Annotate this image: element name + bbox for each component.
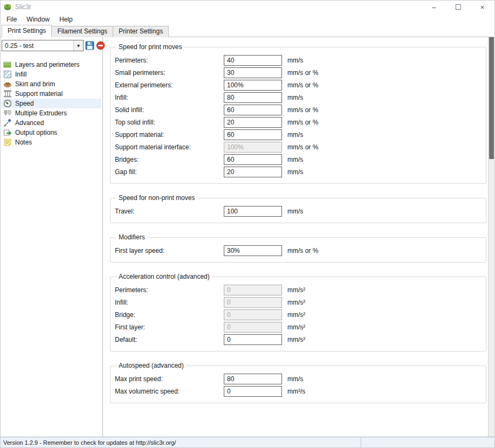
setting-label: Support material interface: [115, 143, 224, 151]
dropdown-arrow-icon[interactable]: ▾ [73, 40, 83, 51]
status-separator [361, 437, 361, 447]
notes-icon [3, 138, 12, 147]
setting-unit: mm/s² [287, 299, 305, 306]
group-acceleration-control: Acceleration control (advanced) Perimete… [110, 273, 486, 351]
sidebar-item-multiple-extruders[interactable]: Multiple Extruders [2, 108, 101, 118]
accel-bridge-input [224, 309, 282, 320]
bridges-speed-input[interactable] [224, 154, 282, 165]
sidebar-item-speed[interactable]: Speed [2, 99, 101, 108]
top-solid-infill-input[interactable] [224, 117, 282, 128]
sidebar-item-layers-and-perimeters[interactable]: Layers and perimeters [2, 60, 101, 70]
accel-first-layer-input [224, 322, 282, 333]
setting-row: Max volumetric speed: mm³/s [115, 385, 482, 397]
infill-speed-input[interactable] [224, 92, 282, 103]
window-controls: – ☐ × [422, 1, 494, 13]
setting-label: Default: [115, 336, 224, 343]
setting-label: External perimeters: [115, 81, 224, 89]
vertical-scrollbar[interactable] [488, 37, 494, 437]
first-layer-speed-input[interactable] [224, 245, 282, 256]
group-title: Modifiers [116, 233, 147, 241]
tab-filament-settings[interactable]: Filament Settings [51, 26, 113, 37]
setting-row: Bridges: mm/s [115, 153, 482, 166]
group-speed-nonprint-moves: Speed for non-print moves Travel: mm/s [110, 194, 486, 223]
gap-fill-speed-input[interactable] [224, 167, 282, 177]
preset-dropdown[interactable]: 0.25 - test ▾ [2, 40, 84, 51]
setting-unit: mm³/s [287, 388, 305, 395]
setting-label: Max print speed: [115, 375, 224, 383]
sidebar-item-output-options[interactable]: Output options [2, 128, 101, 137]
sidebar-item-support-material[interactable]: Support material [2, 89, 101, 99]
content-area: 0.25 - test ▾ [1, 37, 494, 437]
travel-speed-input[interactable] [224, 206, 282, 217]
setting-unit: mm/s [287, 168, 303, 176]
sidebar-item-infill[interactable]: Infill [2, 70, 101, 79]
title-bar: Slic3r – ☐ × [1, 1, 494, 13]
support-icon [3, 89, 12, 98]
setting-unit: mm/s or % [287, 69, 318, 77]
setting-label: Small perimeters: [115, 69, 224, 77]
preset-selected-value: 0.25 - test [2, 42, 73, 50]
sidebar-item-label: Notes [15, 139, 32, 146]
setting-unit: mm/s² [287, 311, 305, 319]
extruders-icon [3, 109, 12, 118]
group-autospeed: Autospeed (advanced) Max print speed: mm… [110, 362, 486, 403]
group-speed-print-moves: Speed for print moves Perimeters: mm/s S… [110, 43, 486, 184]
settings-panel: Speed for print moves Perimeters: mm/s S… [103, 37, 488, 437]
setting-label: Max volumetric speed: [115, 388, 224, 395]
slic3r-window: Slic3r – ☐ × File Window Help Print Sett… [0, 0, 495, 448]
group-title: Autospeed (advanced) [116, 362, 186, 369]
menu-file[interactable]: File [2, 15, 22, 24]
setting-label: Travel: [115, 208, 224, 215]
menu-window[interactable]: Window [22, 15, 54, 24]
sidebar-item-label: Speed [15, 100, 34, 107]
sidebar-item-notes[interactable]: Notes [2, 137, 101, 147]
setting-label: First layer speed: [115, 247, 224, 254]
accel-default-input[interactable] [224, 334, 282, 345]
setting-row: Small perimeters: mm/s or % [115, 66, 482, 79]
layers-icon [3, 60, 12, 69]
infill-icon [3, 70, 12, 79]
scrollbar-thumb[interactable] [489, 37, 494, 159]
small-perimeters-input[interactable] [224, 67, 282, 78]
sidebar-item-label: Output options [15, 129, 57, 136]
maximize-button[interactable]: ☐ [446, 1, 470, 13]
setting-unit: mm/s [287, 131, 303, 139]
sidebar-item-label: Infill [15, 71, 26, 78]
setting-label: Perimeters: [115, 57, 224, 64]
save-icon [85, 41, 94, 50]
skirt-icon [3, 80, 12, 88]
max-volumetric-speed-input[interactable] [224, 386, 282, 397]
sidebar-item-label: Layers and perimeters [15, 61, 79, 68]
advanced-icon [3, 119, 12, 127]
sidebar-item-label: Advanced [15, 119, 44, 127]
accel-perimeters-input [224, 285, 282, 295]
external-perimeters-input[interactable] [224, 80, 282, 91]
setting-unit: mm/s [287, 94, 303, 101]
setting-unit: mm/s or % [287, 119, 318, 126]
support-material-speed-input[interactable] [224, 129, 282, 140]
perimeters-speed-input[interactable] [224, 55, 282, 66]
menu-bar: File Window Help [1, 13, 494, 25]
setting-label: Bridges: [115, 156, 224, 163]
setting-row: First layer speed: mm/s or % [115, 244, 482, 257]
setting-row: Infill: mm/s² [115, 296, 482, 308]
setting-label: Infill: [115, 299, 224, 306]
support-material-interface-input [224, 142, 282, 153]
menu-help[interactable]: Help [54, 15, 78, 24]
tab-bar: Print Settings Filament Settings Printer… [1, 25, 494, 37]
setting-label: Solid infill: [115, 106, 224, 114]
max-print-speed-input[interactable] [224, 374, 282, 384]
setting-label: Support material: [115, 131, 224, 139]
save-preset-button[interactable] [85, 40, 94, 51]
setting-label: First layer: [115, 323, 224, 331]
app-icon [3, 2, 12, 12]
setting-row: Support material interface: mm/s or % [115, 141, 482, 153]
close-button[interactable]: × [470, 1, 494, 13]
sidebar-item-advanced[interactable]: Advanced [2, 118, 101, 128]
tab-print-settings[interactable]: Print Settings [2, 25, 52, 37]
minimize-button[interactable]: – [422, 1, 446, 13]
sidebar-item-skirt-and-brim[interactable]: Skirt and brim [2, 79, 101, 89]
tab-printer-settings[interactable]: Printer Settings [113, 26, 169, 37]
setting-unit: mm/s² [287, 286, 305, 294]
solid-infill-input[interactable] [224, 105, 282, 115]
